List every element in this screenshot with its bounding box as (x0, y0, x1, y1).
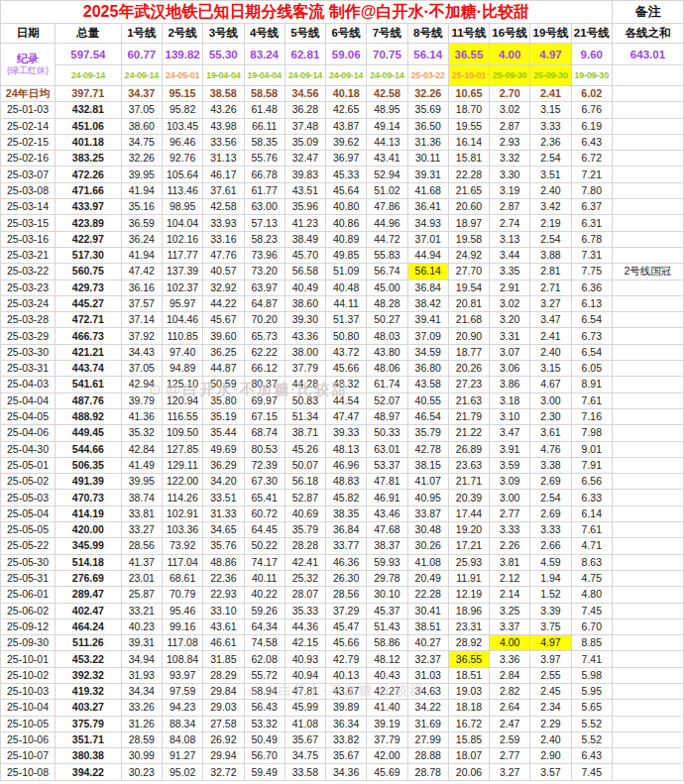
value-cell: 52.87 (285, 490, 325, 505)
value-cell: 3.44 (490, 247, 530, 263)
value-cell: 2.54 (530, 151, 571, 167)
remark-cell (612, 474, 683, 490)
total-cell: 470.73 (56, 490, 122, 505)
remark-cell (612, 700, 683, 716)
value-cell: 51.09 (326, 264, 367, 280)
value-cell: 2.93 (490, 134, 530, 150)
value-cell: 1.52 (530, 587, 571, 603)
remark-cell (612, 490, 683, 505)
value-cell: 63.01 (367, 441, 407, 457)
value-cell: 104.04 (162, 215, 202, 231)
value-cell: 37.79 (367, 731, 407, 747)
table-row: 25-05-22345.9928.5673.9235.7650.2228.283… (1, 538, 684, 554)
value-cell: 34.59 (407, 344, 448, 360)
value-cell: 30.11 (407, 151, 448, 167)
value-cell: 5.95 (571, 683, 612, 699)
value-cell: 2.45 (530, 683, 571, 699)
value-cell: 30.23 (121, 764, 162, 780)
value-cell: 103.45 (162, 118, 202, 134)
record-sublabel: (绿工红休) (1, 65, 55, 76)
value-cell: 34.22 (407, 700, 448, 716)
value-cell: 28.56 (326, 587, 367, 603)
value-cell: 6.19 (571, 118, 612, 134)
total-cell: 422.97 (56, 231, 122, 247)
value-cell: 3.19 (490, 182, 530, 198)
value-cell: 39.95 (121, 474, 162, 490)
value-cell: 55.76 (244, 151, 285, 167)
value-cell: 35.32 (121, 425, 162, 441)
value-cell: 42.15 (285, 635, 325, 651)
value-cell: 36.29 (203, 457, 244, 473)
value-cell: 3.02 (490, 102, 530, 118)
table-row: 25-02-15401.1834.7596.4633.5658.3535.093… (1, 134, 684, 150)
value-cell: 50.59 (203, 377, 244, 392)
column-header-4: 3号线 (203, 24, 244, 44)
value-cell: 2.29 (530, 716, 571, 731)
value-cell: 62.08 (244, 651, 285, 667)
value-cell: 73.96 (244, 247, 285, 263)
value-cell: 34.20 (203, 474, 244, 490)
record-value-cell: 597.54 (56, 44, 122, 65)
date-cell: 25-04-30 (1, 441, 56, 457)
value-cell: 3.33 (490, 522, 530, 538)
table-row: 25-03-28472.7137.14104.4645.6770.2039.30… (1, 312, 684, 328)
date-cell: 25-01-03 (1, 102, 56, 118)
value-cell: 36.55 (448, 651, 489, 667)
value-cell: 3.15 (530, 102, 571, 118)
value-cell: 19.03 (448, 683, 489, 699)
value-cell: 48.13 (326, 441, 367, 457)
value-cell: 2.40 (530, 182, 571, 198)
value-cell: 35.79 (285, 522, 325, 538)
value-cell: 42.84 (121, 441, 162, 457)
value-cell: 44.22 (203, 295, 244, 311)
value-cell: 28.92 (448, 635, 489, 651)
record-date-cell (612, 65, 683, 86)
value-cell: 31.69 (407, 716, 448, 731)
remark-header: 备注 (612, 1, 683, 24)
value-cell: 25.87 (121, 587, 162, 603)
average-value-cell: 40.18 (326, 86, 367, 102)
record-value-cell: 139.82 (162, 44, 202, 65)
table-row: 25-05-04414.1933.81102.9131.3360.7240.69… (1, 505, 684, 521)
value-cell: 16.72 (448, 716, 489, 731)
total-cell: 380.38 (56, 748, 122, 764)
value-cell: 44.36 (285, 618, 325, 634)
value-cell: 40.57 (203, 264, 244, 280)
value-cell: 2.64 (490, 700, 530, 716)
value-cell: 2.40 (530, 344, 571, 360)
value-cell: 29.94 (203, 748, 244, 764)
value-cell: 49.14 (367, 118, 407, 134)
value-cell: 3.86 (490, 377, 530, 392)
value-cell: 36.84 (326, 522, 367, 538)
average-value-cell: 95.15 (162, 86, 202, 102)
value-cell: 26.92 (203, 731, 244, 747)
value-cell: 51.43 (367, 618, 407, 634)
value-cell: 46.96 (326, 457, 367, 473)
value-cell: 38.15 (407, 457, 448, 473)
value-cell: 102.16 (162, 231, 202, 247)
total-cell: 420.00 (56, 522, 122, 538)
value-cell: 33.27 (121, 522, 162, 538)
value-cell: 105.64 (162, 167, 202, 182)
record-value-cell: 60.77 (121, 44, 162, 65)
value-cell: 34.36 (326, 764, 367, 780)
total-cell: 488.92 (56, 408, 122, 424)
value-cell: 40.95 (407, 490, 448, 505)
value-cell: 3.20 (490, 312, 530, 328)
value-cell: 2.54 (530, 231, 571, 247)
value-cell: 61.48 (244, 102, 285, 118)
value-cell: 114.26 (162, 490, 202, 505)
value-cell: 6.05 (571, 361, 612, 377)
value-cell: 43.67 (326, 683, 367, 699)
table-row: 25-03-07472.2639.95105.6446.1766.7839.83… (1, 167, 684, 182)
date-cell: 25-03-23 (1, 280, 56, 295)
date-cell: 25-05-03 (1, 490, 56, 505)
value-cell: 3.30 (490, 167, 530, 182)
remark-cell (612, 554, 683, 570)
remark-cell (612, 667, 683, 683)
date-cell: 25-04-03 (1, 377, 56, 392)
value-cell: 3.57 (530, 764, 571, 780)
value-cell: 41.94 (121, 247, 162, 263)
value-cell: 42.65 (326, 102, 367, 118)
remark-cell (612, 716, 683, 731)
